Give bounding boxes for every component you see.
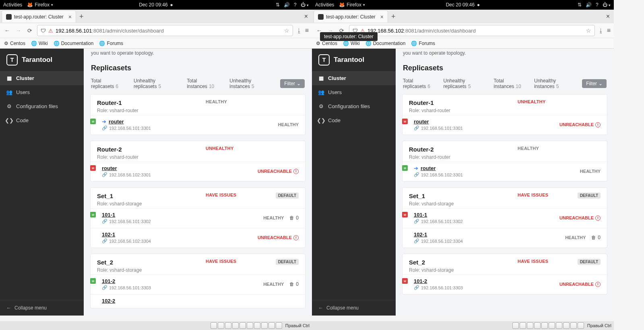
clock[interactable]: Dec 20 09:46 ● (446, 2, 480, 8)
instance-name[interactable]: 101-1 (414, 212, 427, 218)
power-icon[interactable]: ⏻ ▾ (301, 2, 309, 8)
taskbar-icon[interactable] (563, 322, 570, 329)
taskbar-icon[interactable] (218, 322, 224, 329)
bookmark-wiki[interactable]: 🌐 Wiki (31, 41, 48, 46)
tab-close-icon[interactable]: × (68, 14, 72, 20)
banner-fragment: you want to operate topology. (402, 49, 607, 60)
hamburger-menu-icon[interactable]: ≡ (607, 27, 611, 34)
pocket-icon[interactable]: ⭳ (598, 27, 604, 34)
link-icon: 🔗 (414, 219, 419, 224)
power-icon[interactable]: ⏻ ▾ (603, 2, 611, 8)
instance-name[interactable]: router (414, 119, 429, 125)
gnome-panel-left: Activities 🦊 Firefox ▾ Dec 20 09:46 ● ⇅ … (0, 0, 312, 10)
instance-status: HEALTHY (278, 122, 299, 127)
sidebar-item-config[interactable]: ⚙Configuration files (0, 99, 84, 113)
back-button[interactable]: ← (3, 27, 11, 35)
taskbar-icon[interactable] (556, 322, 562, 329)
instance-name[interactable]: 102-1 (102, 232, 115, 238)
help-icon[interactable]: ? (294, 2, 297, 8)
new-tab-button[interactable]: + (79, 12, 84, 21)
instance-name[interactable]: router (421, 165, 436, 171)
instance-name[interactable]: 101-2 (414, 278, 427, 284)
bookmark-centos[interactable]: ⚙ Centos (4, 41, 25, 46)
window-close-icon[interactable]: × (302, 13, 310, 20)
bookmark-documentation[interactable]: 🌐 Documentation (54, 41, 94, 46)
url-path: :8081/admin/cluster/dashboard (92, 28, 164, 34)
network-icon[interactable]: ⇅ (276, 2, 280, 8)
volume-icon[interactable]: 🔊 (586, 2, 592, 8)
forward-button[interactable]: → (14, 27, 23, 35)
instance-status: HEALTHY (565, 235, 586, 240)
instance-name[interactable]: 102-2 (102, 298, 115, 304)
bookmark-forums[interactable]: 🌐 Forums (99, 41, 123, 46)
network-icon[interactable]: ⇅ (578, 2, 582, 8)
activities-button[interactable]: Activities (315, 2, 334, 8)
sidebar-item-cluster[interactable]: ▦Cluster (312, 71, 396, 85)
instance-name[interactable]: 101-1 (102, 212, 115, 218)
bookmark-documentation[interactable]: 🌐 Documentation (365, 41, 406, 46)
link-icon: 🔗 (102, 285, 107, 290)
clock[interactable]: Dec 20 09:46 ● (139, 2, 173, 8)
bookmark-star-icon[interactable]: ☆ (586, 27, 591, 34)
taskbar-icon[interactable] (239, 322, 246, 329)
instance-name[interactable]: router (109, 119, 124, 125)
instance-name[interactable]: router (102, 165, 117, 171)
taskbar-icon[interactable] (254, 322, 260, 329)
taskbar-icon[interactable] (225, 322, 231, 329)
taskbar-icon[interactable] (549, 322, 555, 329)
url-bar[interactable]: 🛡 ⚠ 192.168.56.102:8081/admin/cluster/da… (349, 25, 595, 36)
browser-tab[interactable]: test-app.router: Cluster × (2, 10, 76, 23)
volume-icon[interactable]: 🔊 (284, 2, 290, 8)
taskbar-icon[interactable] (512, 322, 519, 329)
bookmark-forums[interactable]: 🌐 Forums (411, 41, 435, 46)
sidebar-item-config[interactable]: ⚙Configuration files (312, 99, 396, 113)
new-tab-button[interactable]: + (391, 12, 396, 21)
firefox-app-menu[interactable]: 🦊 Firefox ▾ (27, 2, 53, 8)
instance-name[interactable]: 101-2 (102, 278, 115, 284)
sidebar-item-users[interactable]: 👥Users (0, 85, 84, 99)
taskbar-icon[interactable] (232, 322, 239, 329)
host-key-indicator: Правый Ctrl (587, 323, 611, 328)
sidebar-item-cluster[interactable]: ▦Cluster (0, 71, 84, 85)
help-icon[interactable]: ? (596, 2, 599, 8)
bookmark-star-icon[interactable]: ☆ (284, 27, 289, 34)
replicaset-name: Router-1 (409, 99, 514, 106)
filter-button[interactable]: Filter⌄ (582, 79, 607, 88)
sidebar-item-users[interactable]: 👥Users (312, 85, 396, 99)
browser-tab[interactable]: test-app.router: Cluster × (314, 10, 388, 23)
lock-icon: ⚠ (48, 28, 53, 34)
collapse-menu-button[interactable]: ←Collapse menu (0, 300, 84, 316)
taskbar-icon[interactable] (211, 322, 217, 329)
url-bar[interactable]: 🛡 ⚠ 192.168.56.101:8081/admin/cluster/da… (37, 25, 293, 36)
taskbar-icon[interactable] (541, 322, 548, 329)
instance-address: 🔗192.168.56.101:3303 (414, 285, 463, 290)
bookmark-centos[interactable]: ⚙ Centos (316, 41, 337, 46)
pocket-icon[interactable]: ⭳ (296, 27, 302, 34)
alert-icon: ! (595, 122, 601, 127)
taskbar-icon[interactable] (570, 322, 577, 329)
taskbar-icon[interactable] (247, 322, 253, 329)
taskbar-icon[interactable] (520, 322, 526, 329)
filter-button[interactable]: Filter⌄ (280, 79, 305, 88)
replicaset-status: HAVE ISSUES (518, 259, 548, 264)
reload-button[interactable]: ⟳ (26, 27, 34, 35)
hamburger-menu-icon[interactable]: ≡ (305, 27, 309, 34)
sidebar-item-code[interactable]: ❮❯Code (0, 113, 84, 127)
taskbar-icon[interactable] (578, 322, 584, 329)
firefox-app-menu[interactable]: 🦊 Firefox ▾ (339, 2, 365, 8)
collapse-menu-button[interactable]: ←Collapse menu (312, 300, 396, 316)
activities-button[interactable]: Activities (3, 2, 22, 8)
sidebar-item-code[interactable]: ❮❯Code (312, 113, 396, 127)
taskbar-icon[interactable] (534, 322, 541, 329)
taskbar-icon[interactable] (268, 322, 275, 329)
taskbar-icon[interactable] (276, 322, 282, 329)
replicaset-role: Role: vshard-router (97, 154, 202, 160)
instance-name[interactable]: 102-1 (414, 232, 427, 238)
taskbar-icon[interactable] (527, 322, 533, 329)
chevron-down-icon: ⌄ (297, 81, 301, 86)
window-close-icon[interactable]: × (604, 13, 612, 20)
taskbar-icon[interactable] (261, 322, 268, 329)
bookmark-wiki[interactable]: 🌐 Wiki (343, 41, 360, 46)
instance-status: UNREACHABLE ! (258, 235, 299, 240)
tab-close-icon[interactable]: × (380, 14, 384, 20)
